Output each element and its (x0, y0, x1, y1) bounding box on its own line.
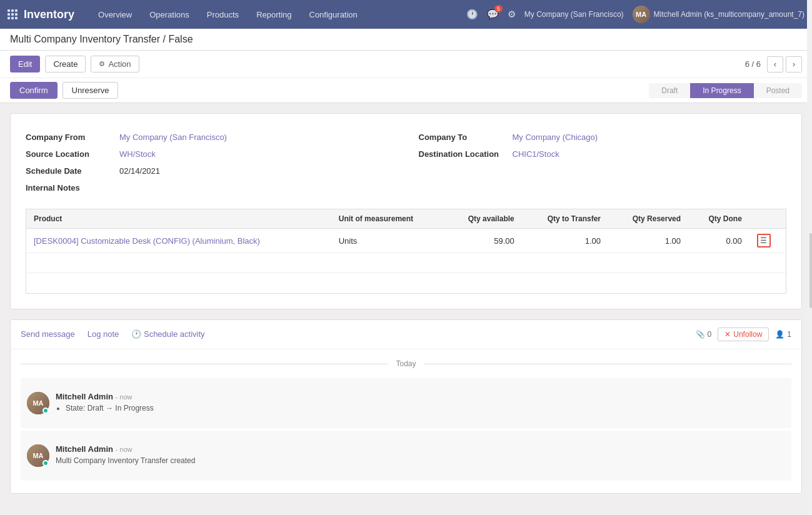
company-from-value[interactable]: My Company (San Francisco) (119, 132, 227, 142)
menu-operations[interactable]: Operations (141, 2, 198, 27)
message-row-1: MA Mitchell Admin - now State: Draft → I… (27, 384, 785, 422)
company-from-label: Company From (26, 132, 119, 142)
cell-detail-button: ☰ (749, 229, 786, 253)
destination-location-value[interactable]: CHIC1/Stock (513, 149, 559, 159)
form-right: Company To My Company (Chicago) Destinat… (419, 129, 787, 196)
col-qty-reserved: Qty Reserved (608, 209, 688, 229)
message-avatar-2: MA (27, 444, 49, 467)
message-content-1: Mitchell Admin - now State: Draft → In P… (56, 392, 785, 414)
menu-products[interactable]: Products (198, 2, 248, 27)
products-table: Product Unit of measurement Qty availabl… (26, 209, 786, 293)
table-empty-row-2 (26, 273, 786, 293)
avatar-image: MA (633, 6, 650, 23)
cell-qty-done: 0.00 (688, 229, 749, 253)
cell-uom: Units (331, 229, 444, 253)
chatter-container: Send message Log note 🕐 Schedule activit… (10, 319, 802, 494)
nav-prev-button[interactable]: ‹ (767, 56, 783, 72)
record-navigation: 6 / 6 ‹ › (745, 56, 802, 72)
products-table-container: Product Unit of measurement Qty availabl… (26, 209, 786, 294)
gear-icon: ⚙ (99, 60, 105, 68)
main-menu: Overview Operations Products Reporting C… (89, 2, 466, 27)
schedule-date-label: Schedule Date (26, 166, 119, 176)
internal-notes-label: Internal Notes (26, 183, 119, 192)
create-button[interactable]: Create (45, 56, 86, 72)
status-bar: Confirm Unreserve Draft In Progress Post… (0, 78, 812, 103)
main-content: Company From My Company (San Francisco) … (0, 103, 812, 504)
schedule-date-value[interactable]: 02/14/2021 (119, 166, 160, 176)
message-2: MA Mitchell Admin - now Multi Company In… (21, 431, 791, 481)
breadcrumb-title: Multi Company Inventory Transfer / False (10, 34, 193, 45)
breadcrumb-parent: Multi Company Inventory Transfer (10, 34, 160, 44)
company-to-field: Company To My Company (Chicago) (419, 129, 787, 146)
unfollow-x-icon: ✕ (724, 330, 731, 339)
menu-configuration[interactable]: Configuration (301, 2, 366, 27)
product-link[interactable]: [DESK0004] Customizable Desk (CONFIG) (A… (34, 236, 260, 246)
col-qty-available: Qty available (444, 209, 522, 229)
breadcrumb-current-page: False (168, 34, 193, 44)
confirm-button[interactable]: Confirm (10, 82, 58, 99)
cell-product: [DESK0004] Customizable Desk (CONFIG) (A… (26, 229, 331, 253)
topnav-right: 🕐 💬 5 ⚙ My Company (San Francisco) MA Mi… (466, 6, 804, 23)
source-location-label: Source Location (26, 149, 119, 159)
status-draft: Draft (649, 83, 690, 98)
schedule-date-field: Schedule Date 02/14/2021 (26, 162, 394, 179)
list-icon: ☰ (760, 236, 767, 245)
form-left: Company From My Company (San Francisco) … (26, 129, 394, 196)
message-row-2: MA Mitchell Admin - now Multi Company In… (27, 437, 785, 474)
chat-icon[interactable]: 💬 5 (487, 9, 499, 20)
internal-notes-field: Internal Notes (26, 179, 394, 196)
person-icon: 👤 (775, 330, 784, 339)
apps-icon[interactable] (8, 9, 18, 19)
nav-next-button[interactable]: › (786, 56, 802, 72)
chat-badge: 5 (494, 5, 503, 12)
online-indicator-1 (43, 408, 49, 414)
action-button[interactable]: ⚙ Action (91, 56, 139, 72)
company-name: My Company (San Francisco) (524, 10, 624, 19)
col-action (749, 209, 786, 229)
edit-button[interactable]: Edit (10, 56, 40, 72)
message-avatar-1: MA (27, 392, 49, 414)
scrollbar-thumb[interactable] (809, 233, 812, 308)
status-posted: Posted (754, 83, 802, 98)
action-label: Action (108, 59, 131, 69)
top-navigation: Inventory Overview Operations Products R… (0, 0, 812, 29)
schedule-activity-button[interactable]: 🕐 Schedule activity (131, 329, 204, 339)
user-menu[interactable]: MA Mitchell Admin (ks_multicompany_amoun… (633, 6, 804, 23)
message-1: MA Mitchell Admin - now State: Draft → I… (21, 378, 791, 428)
unreserve-button[interactable]: Unreserve (63, 82, 119, 99)
messages-container: Today MA Mitchell Admin - now (11, 359, 801, 493)
clock-icon[interactable]: 🕐 (466, 9, 478, 20)
menu-reporting[interactable]: Reporting (248, 2, 300, 27)
source-location-field: Source Location WH/Stock (26, 146, 394, 162)
online-indicator-2 (43, 460, 49, 466)
log-note-button[interactable]: Log note (88, 329, 119, 339)
col-product: Product (26, 209, 331, 229)
cell-qty-reserved: 1.00 (608, 229, 688, 253)
menu-overview[interactable]: Overview (89, 2, 141, 27)
company-from-field: Company From My Company (San Francisco) (26, 129, 394, 146)
settings-icon[interactable]: ⚙ (508, 9, 516, 20)
message-author-2: Mitchell Admin (56, 444, 113, 454)
chatter-toolbar: Send message Log note 🕐 Schedule activit… (11, 320, 801, 349)
message-content-2: Mitchell Admin - now Multi Company Inven… (56, 444, 785, 467)
cell-qty-transfer: 1.00 (522, 229, 608, 253)
col-qty-transfer: Qty to Transfer (522, 209, 608, 229)
unfollow-button[interactable]: ✕ Unfollow (718, 328, 769, 341)
table-header-row: Product Unit of measurement Qty availabl… (26, 209, 786, 229)
destination-location-field: Destination Location CHIC1/Stock (419, 146, 787, 162)
clock-schedule-icon: 🕐 (131, 329, 144, 339)
source-location-value[interactable]: WH/Stock (119, 149, 156, 159)
message-time-2: - now (116, 446, 133, 453)
scrollbar[interactable] (807, 0, 812, 504)
send-message-button[interactable]: Send message (21, 329, 75, 339)
today-divider: Today (21, 359, 791, 368)
message-time-1: - now (116, 393, 133, 401)
detail-list-button[interactable]: ☰ (757, 234, 771, 248)
col-uom: Unit of measurement (331, 209, 444, 229)
status-in-progress: In Progress (690, 83, 753, 98)
message-body-1: State: Draft → In Progress (56, 404, 785, 412)
message-header-2: Mitchell Admin - now (56, 444, 785, 454)
chatter-right-actions: 📎 0 ✕ Unfollow 👤 1 (696, 328, 791, 341)
company-to-value[interactable]: My Company (Chicago) (513, 132, 598, 142)
message-text-1: State: Draft → In Progress (66, 404, 785, 412)
